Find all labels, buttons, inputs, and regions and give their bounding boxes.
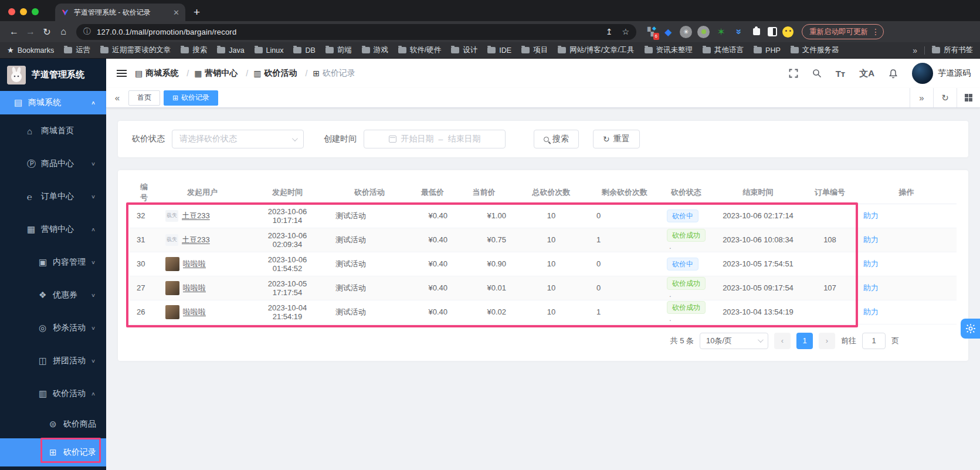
star-ext-icon[interactable]: [715, 26, 727, 38]
bookmark-folder[interactable]: 项目: [521, 45, 548, 55]
smiley-ext-icon[interactable]: [782, 26, 794, 38]
page-refresh-icon[interactable]: ↻: [933, 88, 957, 107]
date-range-picker[interactable]: 开始日期 – 结束日期: [364, 130, 506, 148]
forward-icon[interactable]: →: [22, 26, 39, 37]
sidebar-item-product-center[interactable]: 商品中心: [0, 147, 106, 180]
browser-tab[interactable]: 芋道管理系统 - 砍价记录 ✕: [55, 4, 185, 21]
home-icon[interactable]: ⌂: [55, 26, 72, 37]
sidebar-item-marketing-center[interactable]: 营销中心: [0, 213, 106, 246]
darkreader-ext-icon[interactable]: [768, 27, 777, 36]
bookmark-folder[interactable]: 软件/硬件: [398, 45, 441, 55]
sidebar-item-bargain[interactable]: 砍价活动: [0, 377, 106, 410]
notification-bell-icon[interactable]: [889, 69, 898, 79]
bookmark-folder[interactable]: 前端: [325, 45, 352, 55]
gem-ext-icon[interactable]: [662, 26, 674, 38]
assist-link[interactable]: 助力: [863, 307, 879, 316]
new-tab-button[interactable]: +: [194, 6, 200, 19]
tags-scroll-right-icon[interactable]: »: [910, 88, 933, 107]
layers-ext-icon[interactable]: [733, 26, 745, 38]
font-size-icon[interactable]: Tт: [836, 69, 846, 79]
sidebar-item-coupon[interactable]: 优惠券: [0, 279, 106, 312]
reload-icon[interactable]: ↻: [39, 26, 55, 38]
assist-link[interactable]: 助力: [863, 235, 879, 244]
language-icon[interactable]: 文A: [859, 68, 874, 79]
bookmark-folder[interactable]: PHP: [754, 46, 781, 55]
page-number-button[interactable]: 1: [796, 333, 813, 349]
browser-menu-icon[interactable]: ⋮: [872, 27, 880, 36]
bookmark-folder[interactable]: Linux: [255, 46, 284, 55]
sidebar-item-bargain-product[interactable]: 砍价商品: [0, 410, 106, 438]
hamburger-icon[interactable]: [117, 73, 127, 74]
page-tab[interactable]: 砍价记录: [164, 90, 218, 106]
tab-close-icon[interactable]: ✕: [173, 8, 179, 17]
status-select[interactable]: 请选择砍价状态: [172, 130, 304, 148]
sidebar-item-bargain-record[interactable]: 砍价记录: [0, 438, 106, 466]
sidebar-item-mall-system[interactable]: 商城系统: [0, 91, 106, 114]
bookmarks-overflow-icon[interactable]: »: [913, 46, 917, 55]
assist-link[interactable]: 助力: [863, 283, 879, 292]
cell-min-price: ¥0.40: [411, 276, 455, 300]
bookmark-folder[interactable]: 搜索: [181, 45, 207, 55]
window-close-button[interactable]: [8, 8, 15, 15]
table-row: 27 啦啦啦 2023-10-05 17:17:54 测试活动 ¥0.40: [130, 276, 957, 300]
window-minimize-button[interactable]: [20, 8, 27, 15]
goto-page-input[interactable]: [862, 333, 886, 349]
blocks-ext-icon[interactable]: 6: [645, 26, 657, 38]
bookmark-folder[interactable]: 文件服务器: [791, 45, 839, 55]
bookmark-folder[interactable]: 网站/博客/文章/工具: [558, 45, 634, 55]
tags-scroll-left-icon[interactable]: «: [106, 93, 128, 103]
dot-ext-icon[interactable]: [697, 26, 710, 38]
share-icon[interactable]: ↥: [606, 27, 613, 36]
reset-button[interactable]: ↻ 重置: [593, 130, 640, 148]
bookmark-folder[interactable]: 近期需要读的文章: [100, 45, 171, 55]
sidebar-item-group-buy[interactable]: 拼团活动: [0, 344, 106, 377]
cell-start-time: 2023-10-06 01:54:52: [246, 252, 328, 276]
all-bookmarks-folder[interactable]: 所有书签: [932, 45, 973, 55]
layout-grid-icon[interactable]: [957, 88, 980, 107]
fullscreen-icon[interactable]: [789, 69, 798, 78]
bookmark-folder[interactable]: IDE: [487, 46, 511, 55]
sidebar-item-seckill[interactable]: 秒杀活动: [0, 312, 106, 344]
site-info-icon[interactable]: ⓘ: [83, 26, 91, 37]
breadcrumb-item[interactable]: 砍价活动 /: [253, 68, 307, 79]
end-date-input[interactable]: 结束日期: [447, 134, 480, 144]
user-menu[interactable]: 芋道源码: [912, 63, 971, 84]
bookmark-folder[interactable]: 运营: [64, 45, 90, 55]
breadcrumb-item[interactable]: 营销中心 /: [194, 68, 248, 79]
back-icon[interactable]: ←: [6, 26, 22, 37]
page-size-select[interactable]: 10条/页: [700, 333, 768, 349]
next-page-button[interactable]: ›: [819, 333, 835, 349]
search-button[interactable]: 搜索: [534, 130, 579, 148]
search-icon[interactable]: [812, 69, 822, 78]
bookmark-folder[interactable]: 设计: [451, 45, 477, 55]
breadcrumb-item[interactable]: 商城系统 /: [135, 68, 189, 79]
settings-gear-button[interactable]: [961, 319, 980, 339]
cell-start-time: 2023-10-05 17:17:54: [246, 276, 328, 300]
puzzle-ext-icon[interactable]: [750, 26, 762, 38]
knot-ext-icon[interactable]: [680, 26, 692, 38]
sidebar-item-content-management[interactable]: 内容管理: [0, 246, 106, 279]
assist-link[interactable]: 助力: [863, 259, 879, 268]
browser-titlebar: 芋道管理系统 - 砍价记录 ✕ +: [0, 0, 980, 21]
cell-status: 砍价中: [660, 252, 713, 276]
bookmark-folder[interactable]: 游戏: [362, 45, 388, 55]
start-date-input[interactable]: 开始日期: [401, 134, 434, 144]
bookmark-folder[interactable]: DB: [293, 46, 315, 55]
breadcrumb-item[interactable]: 砍价记录: [313, 68, 355, 79]
sidebar-item-order-center[interactable]: 订单中心: [0, 180, 106, 213]
bookmarks-manager[interactable]: ★ Bookmarks: [7, 46, 54, 55]
prev-page-button[interactable]: ‹: [774, 333, 791, 349]
sidebar-item-mall-home[interactable]: 商城首页: [0, 114, 106, 147]
bookmark-folder[interactable]: Java: [217, 46, 244, 55]
window-zoom-button[interactable]: [32, 8, 39, 15]
page-tab[interactable]: 首页: [128, 90, 160, 106]
assist-link[interactable]: 助力: [863, 211, 879, 220]
bookmark-star-icon[interactable]: ☆: [622, 27, 629, 36]
bookmark-folder[interactable]: 资讯未整理: [645, 45, 693, 55]
bookmark-folder[interactable]: 其他语言: [703, 45, 744, 55]
browser-update-button[interactable]: 重新启动即可更新 ⋮: [802, 24, 884, 39]
address-bar[interactable]: ⓘ 127.0.0.1/mall/promotion/bargain/recor…: [76, 24, 636, 40]
url-text[interactable]: 127.0.0.1/mall/promotion/bargain/record: [97, 28, 596, 36]
column-header: 砍价状态: [660, 182, 713, 204]
cell-current-price: ¥0.02: [455, 300, 513, 324]
